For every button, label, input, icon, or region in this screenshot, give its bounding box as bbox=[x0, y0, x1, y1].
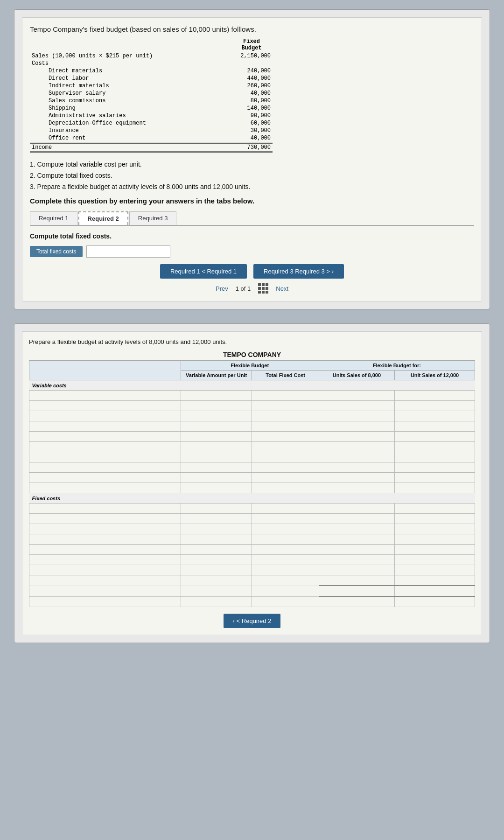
total-fixed-costs-input[interactable] bbox=[86, 245, 170, 258]
var-row-8000-2[interactable] bbox=[319, 411, 394, 421]
var-row-var-7[interactable] bbox=[181, 462, 252, 473]
fixed-cost-row bbox=[29, 514, 475, 524]
var-row-12000-5[interactable] bbox=[395, 442, 475, 452]
fixed-row-8000-4[interactable] bbox=[319, 545, 394, 555]
var-row-var-3[interactable] bbox=[181, 421, 252, 432]
var-row-label-8[interactable] bbox=[29, 473, 181, 483]
tab-required1[interactable]: Required 1 bbox=[30, 211, 77, 225]
var-row-12000-7[interactable] bbox=[395, 462, 475, 473]
fixed-row-8000-6[interactable] bbox=[319, 565, 394, 575]
var-row-8000-4[interactable] bbox=[319, 432, 394, 442]
var-row-var-2[interactable] bbox=[181, 411, 252, 421]
fixed-row-8000-1[interactable] bbox=[319, 514, 394, 524]
fixed-row-12000-0[interactable] bbox=[395, 504, 475, 514]
line-item-label: Indirect materials bbox=[30, 82, 231, 90]
var-row-8000-3[interactable] bbox=[319, 421, 394, 432]
fixed-row-8000-0[interactable] bbox=[319, 504, 394, 514]
fixed-row-8000-3[interactable] bbox=[319, 534, 394, 545]
fixed-row-label-5[interactable] bbox=[29, 555, 181, 565]
instructions-block: 1. Compute total variable cost per unit.… bbox=[30, 159, 474, 192]
tab-required3[interactable]: Required 3 bbox=[129, 211, 177, 225]
fixed-row-label-1[interactable] bbox=[29, 514, 181, 524]
var-row-12000-4[interactable] bbox=[395, 432, 475, 442]
fixed-row-12000-5[interactable] bbox=[395, 555, 475, 565]
var-row-var-5[interactable] bbox=[181, 442, 252, 452]
var-row-label-7[interactable] bbox=[29, 462, 181, 473]
var-row-8000-7[interactable] bbox=[319, 462, 394, 473]
tab-required2[interactable]: Required 2 bbox=[78, 211, 128, 225]
nav-back2-label: < Required 2 bbox=[237, 617, 272, 624]
line-item-label: Supervisor salary bbox=[30, 90, 231, 97]
fixed-row-label-7[interactable] bbox=[29, 575, 181, 586]
prev-link[interactable]: Prev bbox=[216, 285, 228, 292]
var-row-var-8[interactable] bbox=[181, 473, 252, 483]
var-row-fixed-6 bbox=[252, 452, 319, 462]
var-row-12000-6[interactable] bbox=[395, 452, 475, 462]
fixed-row-12000-7[interactable] bbox=[395, 575, 475, 586]
fixed-row-8000-2[interactable] bbox=[319, 524, 394, 534]
income-label: Income bbox=[30, 144, 231, 152]
fixed-row-label-0[interactable] bbox=[29, 504, 181, 514]
fixed-row-label-4[interactable] bbox=[29, 545, 181, 555]
fixed-row-fixed-5[interactable] bbox=[252, 555, 319, 565]
card-2: Prepare a flexible budget at activity le… bbox=[14, 323, 490, 643]
fixed-row-12000-4[interactable] bbox=[395, 545, 475, 555]
fixed-row-fixed-6[interactable] bbox=[252, 565, 319, 575]
var-row-12000-3[interactable] bbox=[395, 421, 475, 432]
nav-forward-button[interactable]: Required 3 Required 3 > › bbox=[253, 264, 344, 279]
var-row-var-1[interactable] bbox=[181, 401, 252, 411]
var-row-label-1[interactable] bbox=[29, 401, 181, 411]
fixed-row-fixed-0[interactable] bbox=[252, 504, 319, 514]
var-row-var-0[interactable] bbox=[181, 391, 252, 401]
variable-cost-row bbox=[29, 421, 475, 432]
var-row-label-6[interactable] bbox=[29, 452, 181, 462]
var-row-label-5[interactable] bbox=[29, 442, 181, 452]
var-row-8000-0[interactable] bbox=[319, 391, 394, 401]
line-item-label: Insurance bbox=[30, 127, 231, 134]
var-row-12000-2[interactable] bbox=[395, 411, 475, 421]
var-row-fixed-0 bbox=[252, 391, 319, 401]
fixed-row-fixed-1[interactable] bbox=[252, 514, 319, 524]
var-row-12000-1[interactable] bbox=[395, 401, 475, 411]
line-item-amount: 140,000 bbox=[231, 105, 273, 112]
line-item-label: Administrative salaries bbox=[30, 112, 231, 119]
fixed-row-12000-6[interactable] bbox=[395, 565, 475, 575]
var-row-label-4[interactable] bbox=[29, 432, 181, 442]
var-row-8000-8[interactable] bbox=[319, 473, 394, 483]
fixed-row-fixed-4[interactable] bbox=[252, 545, 319, 555]
fixed-row-fixed-3[interactable] bbox=[252, 534, 319, 545]
back-arrow-2: ‹ bbox=[233, 617, 235, 624]
fixed-row-12000-1[interactable] bbox=[395, 514, 475, 524]
fixed-row-var-5 bbox=[181, 555, 252, 565]
var-row-8000-5[interactable] bbox=[319, 442, 394, 452]
fixed-row-12000-3[interactable] bbox=[395, 534, 475, 545]
income-amount: 730,000 bbox=[231, 144, 273, 152]
var-row-var-4[interactable] bbox=[181, 432, 252, 442]
var-row-8000-6[interactable] bbox=[319, 452, 394, 462]
grid-icon[interactable] bbox=[258, 283, 268, 294]
fixed-cost-row bbox=[29, 524, 475, 534]
nav-back-req2-button[interactable]: ‹ < Required 2 bbox=[224, 614, 281, 628]
next-link[interactable]: Next bbox=[276, 285, 288, 292]
complete-text: Complete this question by entering your … bbox=[30, 197, 474, 205]
var-row-12000-0[interactable] bbox=[395, 391, 475, 401]
fixed-row-8000-5[interactable] bbox=[319, 555, 394, 565]
fixed-row-8000-7[interactable] bbox=[319, 575, 394, 586]
flexible-budget-table: Flexible Budget Flexible Budget for: Var… bbox=[29, 360, 475, 607]
var-row-label-3[interactable] bbox=[29, 421, 181, 432]
nav-back-button[interactable]: Required 1 < Required 1 bbox=[160, 264, 247, 279]
fixed-row-fixed-2[interactable] bbox=[252, 524, 319, 534]
var-row-label-0[interactable] bbox=[29, 391, 181, 401]
forward-arrow: › bbox=[332, 268, 334, 275]
instruction-3: 3. Prepare a flexible budget at activity… bbox=[30, 182, 474, 193]
fixed-row-12000-2[interactable] bbox=[395, 524, 475, 534]
var-row-label-2[interactable] bbox=[29, 411, 181, 421]
var-row-12000-8[interactable] bbox=[395, 473, 475, 483]
total-row-0 bbox=[29, 586, 475, 596]
fixed-row-fixed-7[interactable] bbox=[252, 575, 319, 586]
fixed-row-label-6[interactable] bbox=[29, 565, 181, 575]
fixed-row-label-3[interactable] bbox=[29, 534, 181, 545]
fixed-row-label-2[interactable] bbox=[29, 524, 181, 534]
var-row-var-6[interactable] bbox=[181, 452, 252, 462]
var-row-8000-1[interactable] bbox=[319, 401, 394, 411]
